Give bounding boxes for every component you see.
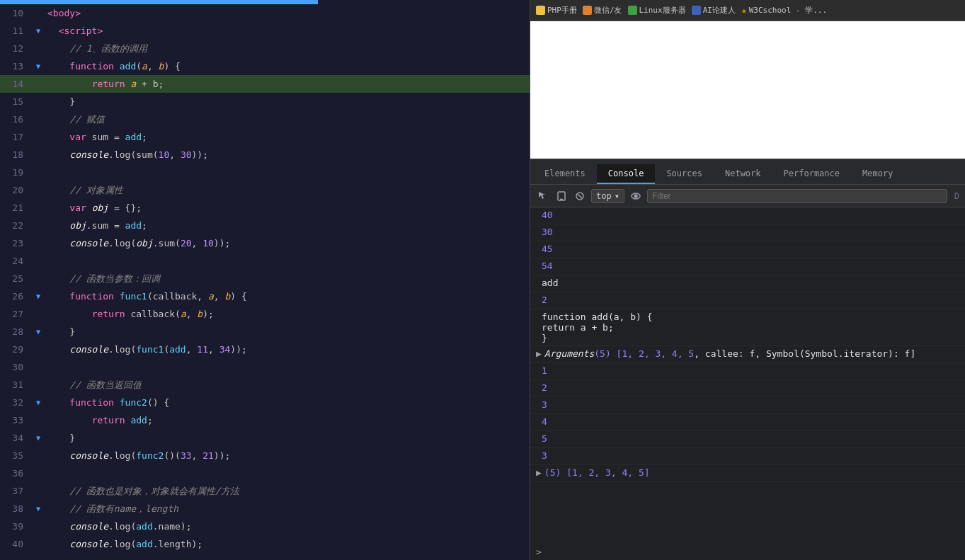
filter-input[interactable]	[647, 189, 947, 203]
bookmark-item[interactable]: Linux服务器	[628, 5, 686, 16]
code-line[interactable]: 15 }	[0, 93, 530, 110]
line-number: 22	[0, 217, 32, 234]
bookmark-item[interactable]: AI论建人	[692, 5, 736, 16]
context-selector[interactable]: top ▾	[591, 189, 624, 203]
line-number: 18	[0, 146, 32, 164]
code-line[interactable]: 28▼ }	[0, 323, 530, 341]
code-line[interactable]: 31 // 函数当返回值	[0, 376, 530, 394]
code-line[interactable]: 27 return callback(a, b);	[0, 305, 530, 323]
console-output[interactable]: 40304554add2function add(a, b) { return …	[530, 207, 965, 543]
line-number: 14	[0, 75, 32, 93]
code-line[interactable]: 39 console.log(add.name);	[0, 518, 530, 535]
line-number: 38	[0, 500, 32, 518]
bookmark-item[interactable]: 微信/友	[583, 5, 622, 16]
code-line[interactable]: 36	[0, 464, 530, 482]
console-item: 45	[530, 241, 965, 258]
line-content	[45, 464, 530, 482]
code-line[interactable]: 40 console.log(add.length);	[0, 535, 530, 553]
context-label: top	[596, 191, 612, 201]
line-content: console.log(func2()(33, 21));	[45, 447, 530, 464]
line-number: 27	[0, 305, 32, 323]
line-content: // 函数当返回值	[45, 376, 530, 394]
line-number: 40	[0, 535, 32, 553]
line-content	[45, 358, 530, 376]
code-line[interactable]: 13▼ function add(a, b) {	[0, 57, 530, 75]
console-prompt[interactable]: >	[530, 543, 965, 560]
line-number: 17	[0, 128, 32, 146]
line-number: 32	[0, 394, 32, 411]
code-line[interactable]: 14 return a + b;	[0, 75, 530, 93]
line-number: 35	[0, 447, 32, 464]
code-line[interactable]: 12 // 1、函数的调用	[0, 40, 530, 57]
line-content: return callback(a, b);	[45, 305, 530, 323]
console-item: 40	[530, 207, 965, 224]
line-content: console.log(obj.sum(20, 10));	[45, 234, 530, 252]
code-line[interactable]: 30	[0, 358, 530, 376]
code-line[interactable]: 24	[0, 252, 530, 270]
console-item: 54	[530, 258, 965, 275]
line-number: 33	[0, 411, 32, 429]
code-line[interactable]: 22 obj.sum = add;	[0, 217, 530, 234]
code-line[interactable]: 35 console.log(func2()(33, 21));	[0, 447, 530, 464]
code-line[interactable]: 11▼ <script>	[0, 22, 530, 40]
line-number: 16	[0, 110, 32, 128]
code-line[interactable]: 37 // 函数也是对象，对象就会有属性/方法	[0, 482, 530, 500]
line-content: // 赋值	[45, 110, 530, 128]
line-content: console.log(add.length);	[45, 535, 530, 553]
line-number: 12	[0, 40, 32, 57]
code-area[interactable]: 10<body>11▼ <script>12 // 1、函数的调用13▼ fun…	[0, 4, 530, 560]
svg-point-5	[634, 195, 637, 198]
eye-icon[interactable]	[629, 189, 643, 203]
devtools-tabs: ElementsConsoleSourcesNetworkPerformance…	[530, 159, 965, 185]
code-line[interactable]: 21 var obj = {};	[0, 199, 530, 217]
code-line[interactable]: 17 var sum = add;	[0, 128, 530, 146]
line-content: <script>	[45, 22, 530, 40]
code-line[interactable]: 38▼ // 函数有name，length	[0, 500, 530, 518]
line-number: 19	[0, 164, 32, 181]
code-line[interactable]: 10<body>	[0, 4, 530, 22]
console-item: 2	[530, 292, 965, 309]
console-item: 30	[530, 224, 965, 241]
code-line[interactable]: 33 return add;	[0, 411, 530, 429]
line-number: 25	[0, 270, 32, 287]
line-number: 30	[0, 358, 32, 376]
code-line[interactable]: 23 console.log(obj.sum(20, 10));	[0, 234, 530, 252]
devtools-tab-performance[interactable]: Performance	[772, 164, 851, 184]
device-icon[interactable]	[554, 189, 569, 203]
line-content: function func2() {	[45, 394, 530, 411]
line-number: 36	[0, 464, 32, 482]
line-number: 39	[0, 518, 32, 535]
line-number: 29	[0, 341, 32, 358]
code-line[interactable]: 20 // 对象属性	[0, 181, 530, 199]
line-number: 13	[0, 57, 32, 75]
inspect-icon[interactable]	[536, 189, 550, 203]
line-gutter: ▼	[32, 287, 45, 305]
devtools-tab-console[interactable]: Console	[597, 164, 656, 184]
code-line[interactable]: 16 // 赋值	[0, 110, 530, 128]
code-line[interactable]: 32▼ function func2() {	[0, 394, 530, 411]
line-gutter: ▼	[32, 57, 45, 75]
code-line[interactable]: 29 console.log(func1(add, 11, 34));	[0, 341, 530, 358]
devtools-tab-sources[interactable]: Sources	[655, 164, 714, 184]
code-line[interactable]: 19	[0, 164, 530, 181]
bookmark-item[interactable]: PHP手册	[536, 5, 577, 16]
devtools-tab-elements[interactable]: Elements	[533, 164, 597, 184]
devtools-tab-memory[interactable]: Memory	[851, 164, 904, 184]
line-content: var sum = add;	[45, 128, 530, 146]
devtools-tab-network[interactable]: Network	[714, 164, 772, 184]
line-content: // 函数也是对象，对象就会有属性/方法	[45, 482, 530, 500]
code-line[interactable]: 34▼ }	[0, 429, 530, 447]
clear-console-icon[interactable]	[573, 189, 587, 203]
console-item: ▶Arguments(5) [1, 2, 3, 4, 5, callee: f,…	[530, 346, 965, 363]
line-gutter: ▼	[32, 394, 45, 411]
line-content: }	[45, 323, 530, 341]
devtools-toolbar[interactable]: top ▾ D	[530, 185, 965, 207]
code-line[interactable]: 26▼ function func1(callback, a, b) {	[0, 287, 530, 305]
bookmark-item[interactable]: ★W3Cschool - 学...	[741, 5, 827, 16]
code-line[interactable]: 25 // 函数当参数：回调	[0, 270, 530, 287]
console-item: function add(a, b) { return a + b; }	[530, 309, 965, 346]
line-content: // 对象属性	[45, 181, 530, 199]
line-content	[45, 252, 530, 270]
code-line[interactable]: 18 console.log(sum(10, 30));	[0, 146, 530, 164]
line-content: return add;	[45, 411, 530, 429]
